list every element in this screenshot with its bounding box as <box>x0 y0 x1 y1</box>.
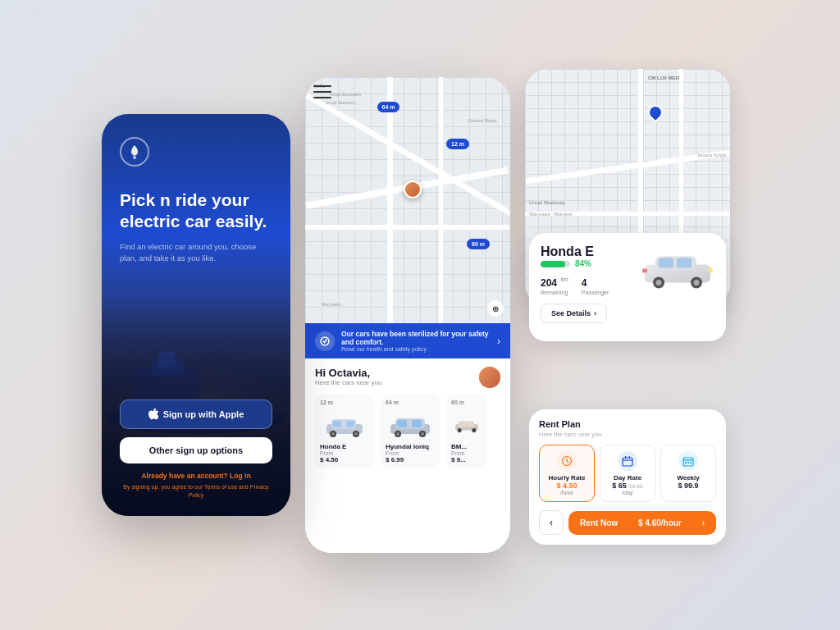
safety-subtitle: Read our health and safety policy <box>341 346 491 352</box>
map-pin-80m: 80 m <box>467 239 490 249</box>
distance-badge: 80 m <box>451 399 482 405</box>
range-unit: km <box>560 276 568 282</box>
svg-point-22 <box>421 432 424 436</box>
other-button-label: Other sign up options <box>149 445 243 455</box>
svg-rect-24 <box>459 421 474 427</box>
svg-point-25 <box>458 428 462 432</box>
rent-plan-title: Rent Plan <box>539 419 716 429</box>
see-details-label: See Details <box>551 309 591 317</box>
rent-back-button[interactable]: ‹ <box>539 510 564 535</box>
map-pin-12m: 12 m <box>446 139 469 149</box>
honda-car-image <box>641 244 714 294</box>
svg-point-32 <box>656 280 662 285</box>
see-details-arrow-icon: › <box>594 309 596 317</box>
svg-rect-18 <box>412 420 422 427</box>
map-pin-64m: 64 m <box>377 102 400 112</box>
svg-rect-40 <box>629 456 631 459</box>
svg-rect-38 <box>623 458 632 466</box>
hourly-rate-card[interactable]: Hourly Rate $ 4.50 /hour <box>539 445 595 502</box>
car-name: BM... <box>451 443 482 450</box>
car-stats: 204 km Remaining 4 Passenger <box>541 275 609 295</box>
greeting-row: Hi Octavia, Here the cars near you <box>315 367 500 388</box>
screens-container: Pick n ride your electric car easily. Fi… <box>77 44 763 586</box>
hourly-icon <box>557 451 577 471</box>
svg-rect-42 <box>685 462 687 463</box>
svg-rect-17 <box>397 420 407 427</box>
svg-point-12 <box>331 432 335 436</box>
honda-name: Honda E <box>541 244 609 259</box>
rent-plan-subtitle: Here the cars near you <box>539 431 716 438</box>
app-logo <box>120 137 149 167</box>
svg-rect-44 <box>690 462 692 463</box>
svg-rect-30 <box>677 258 692 268</box>
svg-point-20 <box>396 432 399 436</box>
weekly-rate-card[interactable]: Weekly $ 99.9 <box>660 445 716 502</box>
greeting-name: Hi Octavia, <box>315 367 381 379</box>
cars-list: 12 m Honda E <box>315 395 500 468</box>
map-compass[interactable]: ⊕ <box>487 300 504 317</box>
car-card-hyundai[interactable]: 64 m Hyundai Ioniq <box>381 395 440 468</box>
honda-info: Honda E 84% 204 km Remaining <box>541 244 609 323</box>
passenger-stat: 4 Passenger <box>582 275 609 295</box>
hourly-rate-price: $ 4.50 <box>544 482 590 490</box>
map-user-location <box>404 180 422 199</box>
weekly-rate-name: Weekly <box>665 474 711 482</box>
detail-screen-wrapper: CM LUX MED Urząd Skarbowy Warszawa - Mok… <box>525 69 738 545</box>
svg-point-14 <box>354 432 358 436</box>
car-from: From <box>320 450 369 456</box>
svg-rect-36 <box>642 269 647 273</box>
range-value: 204 <box>541 277 557 289</box>
honda-header: Honda E 84% 204 km Remaining <box>541 244 714 323</box>
map-bottom: Hi Octavia, Here the cars near you 12 m <box>305 358 510 553</box>
apple-button-label: Sign up with Apple <box>163 409 244 419</box>
honda-detail-card: Honda E 84% 204 km Remaining <box>529 233 726 341</box>
terms-link[interactable]: Terms of use <box>204 484 237 490</box>
distance-badge: 12 m <box>320 399 369 405</box>
safety-title: Our cars have been sterilized for your s… <box>341 330 491 346</box>
battery-percentage: 84% <box>575 259 591 268</box>
rent-now-label: Rent Now <box>580 518 618 527</box>
svg-rect-10 <box>346 421 354 427</box>
svg-point-26 <box>472 428 476 432</box>
see-details-button[interactable]: See Details › <box>541 304 607 323</box>
hourly-rate-name: Hourly Rate <box>544 474 590 482</box>
battery-fill <box>541 261 565 267</box>
car-image <box>320 409 369 440</box>
car-price: $ 4.50 <box>320 456 369 463</box>
map-area[interactable]: CM L Urząd Zamówień Urząd Skarbowy Centr… <box>305 77 510 323</box>
login-link[interactable]: Log In <box>230 472 251 480</box>
signup-title: Pick n ride your electric car easily. <box>120 189 272 233</box>
user-avatar <box>479 367 500 388</box>
daily-icon <box>618 451 637 471</box>
range-stat: 204 km Remaining <box>541 275 568 295</box>
safety-text: Our cars have been sterilized for your s… <box>341 330 491 352</box>
signup-screen: Pick n ride your electric car easily. Fi… <box>102 114 290 516</box>
svg-point-5 <box>133 156 136 159</box>
rate-cards: Hourly Rate $ 4.50 /hour Day Rate <box>539 445 716 502</box>
rent-now-button[interactable]: Rent Now $ 4.60/hour › <box>568 511 716 535</box>
signup-content: Pick n ride your electric car easily. Fi… <box>102 114 290 516</box>
car-price: $ 6.99 <box>386 456 435 463</box>
car-card-bmw[interactable]: 80 m BM... From $ 9... <box>446 395 487 468</box>
daily-rate-card[interactable]: Day Rate $ 65 69.99 /day <box>600 445 655 502</box>
signup-buttons: Sign up with Apple Other sign up options <box>120 399 272 463</box>
safety-icon <box>315 331 335 351</box>
map-road-v2 <box>439 77 443 323</box>
detail-map-pin <box>645 102 665 122</box>
safety-arrow-icon: › <box>497 336 500 347</box>
car-price: $ 9... <box>451 456 482 463</box>
car-image <box>451 409 482 440</box>
car-name: Honda E <box>320 443 369 450</box>
apple-signup-button[interactable]: Sign up with Apple <box>120 399 272 429</box>
daily-rate-unit: /day <box>605 490 651 495</box>
car-card-honda[interactable]: 12 m Honda E <box>315 395 374 468</box>
map-screen: CM L Urząd Zamówień Urząd Skarbowy Centr… <box>305 77 510 553</box>
map-menu-button[interactable] <box>313 85 331 98</box>
rent-price-label: $ 4.60/hour <box>638 518 682 527</box>
svg-rect-39 <box>625 456 627 459</box>
daily-rate-price: $ 65 69.99 <box>605 482 651 490</box>
car-from: From <box>386 450 435 456</box>
svg-rect-9 <box>333 421 341 427</box>
safety-banner[interactable]: Our cars have been sterilized for your s… <box>305 323 510 358</box>
other-signup-button[interactable]: Other sign up options <box>120 437 272 463</box>
